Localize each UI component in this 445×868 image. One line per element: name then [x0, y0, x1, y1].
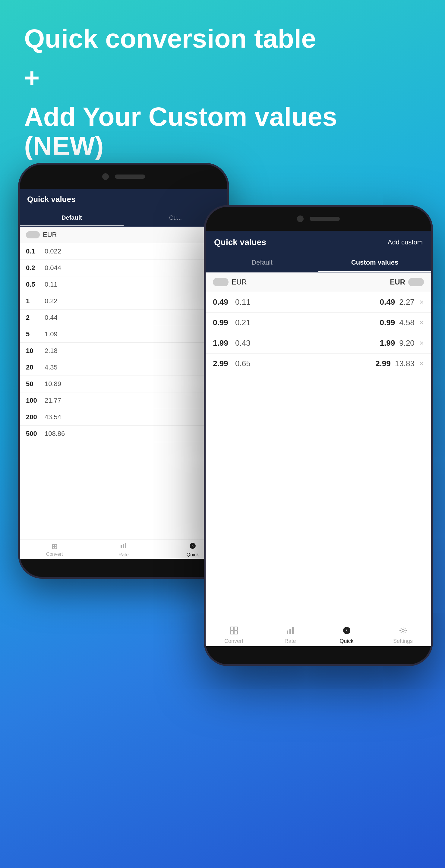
right-val-from-3: 1.99	[213, 338, 231, 348]
left-speaker	[115, 175, 145, 179]
left-row-7: 10 2.18 10	[20, 343, 227, 359]
right-val-toconv-2: 4.58	[399, 318, 415, 327]
svg-rect-6	[234, 627, 238, 630]
right-notch	[206, 207, 431, 231]
svg-rect-9	[287, 630, 288, 634]
left-val-to-8: 4.35	[44, 364, 58, 371]
left-table: EUR EUR 0.1 0.022 0.1 0.2 0.044 0.2 0.5 …	[20, 227, 227, 539]
right-currency-to: EUR	[390, 278, 405, 286]
right-bottom-nav: Convert Rate Quick	[206, 623, 431, 646]
right-row-4: 2.99 0.65 2.99 13.83 ×	[206, 353, 431, 374]
right-val-from-1: 0.49	[213, 298, 231, 307]
svg-rect-2	[125, 543, 126, 548]
left-val-to-3: 0.11	[44, 281, 58, 288]
right-bottom-bar	[206, 646, 431, 664]
left-bottom-nav: ⊞ Convert Rate Quick	[20, 539, 227, 559]
left-val-to-5: 0.44	[44, 314, 58, 321]
left-screen: Quick values Default Cu... EUR EUR 0.1 0…	[20, 189, 227, 559]
right-camera	[297, 216, 304, 222]
left-val-to-1: 0.022	[44, 247, 61, 255]
right-currency-header: EUR EUR	[206, 273, 431, 292]
svg-rect-10	[290, 629, 291, 634]
left-nav-convert-label: Convert	[46, 552, 63, 557]
left-val-to-12: 108.86	[44, 430, 65, 438]
left-row-6: 5 1.09 5	[20, 326, 227, 343]
svg-rect-11	[292, 627, 294, 634]
left-val-from-4: 1	[26, 297, 41, 305]
left-val-from-3: 0.5	[26, 281, 41, 288]
left-nav-convert[interactable]: ⊞ Convert	[20, 542, 89, 558]
right-screen: Quick values Add custom Default Custom v…	[206, 231, 431, 646]
left-val-from-8: 20	[26, 364, 41, 371]
left-row-11: 200 43.54 200	[20, 409, 227, 426]
left-app-title: Quick values	[27, 195, 220, 204]
right-delete-1[interactable]: ×	[419, 298, 424, 307]
right-val-to-3: 1.99	[380, 338, 395, 348]
left-currency-from: EUR	[43, 231, 57, 239]
left-val-to-11: 43.54	[44, 413, 61, 421]
svg-rect-5	[230, 627, 234, 630]
right-table: EUR EUR 0.49 0.11 0.49 2.27 × 0.99 0.21 …	[206, 273, 431, 623]
right-tab-default[interactable]: Default	[206, 254, 318, 272]
left-val-to-6: 1.09	[44, 330, 58, 338]
quick-icon-left	[189, 542, 196, 551]
left-row-9: 50 10.89 50	[20, 376, 227, 393]
right-val-conv-3: 0.43	[235, 338, 250, 348]
right-val-from-2: 0.99	[213, 318, 231, 327]
left-row-10: 100 21.77 100	[20, 393, 227, 409]
left-val-to-2: 0.044	[44, 264, 61, 272]
header-title: Quick conversion table	[24, 24, 421, 53]
left-val-from-10: 100	[26, 397, 41, 404]
left-camera	[102, 173, 109, 180]
left-val-from-2: 0.2	[26, 264, 41, 272]
left-nav-rate[interactable]: Rate	[89, 542, 158, 558]
right-val-to-2: 0.99	[380, 318, 395, 327]
quick-icon-right	[343, 626, 351, 637]
right-val-conv-1: 0.11	[235, 298, 250, 307]
right-toggle-left[interactable]	[213, 278, 229, 286]
right-nav-convert-label: Convert	[224, 638, 243, 644]
right-nav-quick-label: Quick	[339, 638, 353, 644]
left-row-8: 20 4.35 20	[20, 359, 227, 376]
right-app-header: Quick values Add custom	[206, 231, 431, 254]
right-delete-3[interactable]: ×	[419, 338, 424, 348]
left-val-from-7: 10	[26, 347, 41, 355]
left-notch	[20, 164, 227, 189]
phone-right: Quick values Add custom Default Custom v…	[204, 205, 433, 666]
right-delete-4[interactable]: ×	[419, 359, 424, 368]
svg-rect-0	[121, 545, 122, 548]
left-row-2: 0.2 0.044 0.2	[20, 260, 227, 276]
right-val-to-1: 0.49	[380, 298, 395, 307]
right-nav-rate[interactable]: Rate	[262, 626, 318, 644]
right-tab-custom[interactable]: Custom values	[318, 254, 431, 272]
right-nav-quick[interactable]: Quick	[318, 626, 375, 644]
left-val-from-5: 2	[26, 314, 41, 321]
svg-rect-8	[234, 631, 238, 634]
right-val-to-4: 2.99	[375, 359, 391, 368]
right-nav-settings[interactable]: Settings	[375, 626, 431, 644]
add-custom-button[interactable]: Add custom	[388, 239, 423, 246]
left-row-5: 2 0.44 2	[20, 310, 227, 326]
left-val-from-11: 200	[26, 413, 41, 421]
right-app-title: Quick values	[214, 238, 266, 247]
left-val-to-4: 0.22	[44, 297, 58, 305]
right-delete-2[interactable]: ×	[419, 318, 424, 327]
left-val-to-10: 21.77	[44, 397, 61, 404]
rate-icon-left	[120, 542, 127, 551]
left-toggle-left[interactable]	[26, 231, 40, 239]
right-nav-rate-label: Rate	[284, 638, 296, 644]
left-nav-quick-label: Quick	[187, 552, 199, 558]
right-val-toconv-4: 13.83	[395, 359, 415, 368]
left-bottom-bar	[20, 559, 227, 577]
right-nav-convert[interactable]: Convert	[206, 626, 262, 644]
right-tabs: Default Custom values	[206, 254, 431, 273]
left-tab-default[interactable]: Default	[20, 210, 124, 226]
right-speaker	[309, 217, 340, 221]
right-row-2: 0.99 0.21 0.99 4.58 ×	[206, 313, 431, 333]
left-row-4: 1 0.22 1	[20, 293, 227, 310]
left-tabs: Default Cu...	[20, 210, 227, 227]
svg-rect-1	[123, 544, 124, 548]
right-nav-settings-label: Settings	[393, 638, 413, 644]
right-val-toconv-3: 9.20	[399, 338, 415, 348]
right-toggle-right[interactable]	[408, 278, 424, 286]
